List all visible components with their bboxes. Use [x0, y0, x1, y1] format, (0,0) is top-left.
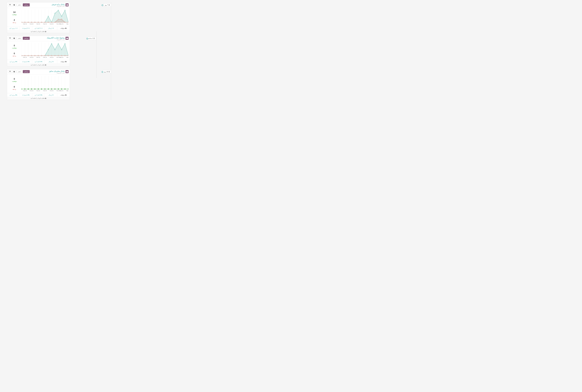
filter-button[interactable]	[8, 37, 12, 40]
card-subtitle: پست الکترونیک	[49, 72, 65, 74]
card-subtitle: پست الکترونیک	[52, 6, 65, 7]
filter-button[interactable]	[8, 3, 12, 6]
activity-card: پیشنهاد تجارت الکترونیکپست الکترونیکویرا…	[7, 36, 70, 66]
svg-point-123	[28, 88, 29, 90]
add-child-activity-button[interactable]: فعالیت کودک را اضافه کنید	[7, 64, 70, 66]
bounced-stat[interactable]: 0% پرش کرد	[7, 93, 20, 97]
pie-chart-button[interactable]	[13, 70, 16, 73]
svg-point-91	[48, 55, 49, 56]
time-badge: 10 روز	[103, 70, 111, 73]
svg-point-134	[65, 88, 65, 90]
chart: Feb 18Feb 20Feb 22Feb 24Feb 26Feb 28Mar …	[22, 43, 68, 58]
svg-text:Feb 22: Feb 22	[37, 90, 40, 92]
details-button[interactable]: جزئیات	[57, 60, 70, 64]
bounced-stat[interactable]: 0% پرش کرد	[7, 60, 20, 64]
pie-chart-button[interactable]	[13, 3, 16, 6]
svg-point-85	[28, 55, 29, 56]
filter-button[interactable]	[8, 70, 12, 73]
timeline-main-line	[111, 2, 111, 100]
svg-point-25	[55, 13, 55, 14]
replied-stat[interactable]: 0% پاسخ داد	[20, 93, 32, 97]
timeline-dot	[87, 38, 88, 40]
svg-point-92	[51, 55, 52, 56]
mail-icon	[66, 70, 69, 73]
svg-point-81	[65, 43, 65, 44]
svg-text:Mar 01: Mar 01	[60, 90, 64, 92]
svg-text:Feb 20: Feb 20	[30, 23, 34, 25]
details-button[interactable]: جزئیات	[57, 26, 70, 30]
svg-point-128	[45, 88, 45, 90]
svg-point-78	[55, 49, 55, 50]
svg-point-36	[41, 22, 42, 23]
timeline-dot	[102, 71, 103, 73]
svg-text:Mar 01: Mar 01	[60, 23, 64, 25]
clicked-stat[interactable]: 0% کلیک کرد	[32, 93, 45, 97]
svg-point-34	[35, 22, 35, 23]
sent-stat[interactable]: ۱۶ ارسال	[45, 26, 57, 30]
edit-button[interactable]: ویرایش	[23, 3, 30, 6]
success-count: 0	[14, 44, 15, 47]
success-label: موفقیت	[12, 14, 17, 15]
svg-point-23	[48, 16, 49, 17]
add-child-activity-button[interactable]: فعالیت کودک را اضافه کنید	[7, 30, 70, 33]
card-title[interactable]: پیامک برای فروش	[52, 3, 65, 6]
svg-point-89	[41, 55, 42, 56]
svg-point-32	[28, 22, 29, 23]
svg-text:Feb 28: Feb 28	[57, 57, 60, 58]
svg-point-125	[35, 88, 35, 90]
svg-point-94	[58, 55, 59, 56]
svg-text:Feb 28: Feb 28	[57, 23, 60, 25]
card-title[interactable]: پیامک مشتریان سابق	[49, 70, 65, 72]
svg-point-80	[61, 49, 62, 50]
chart: Feb 18Feb 20Feb 22Feb 24Feb 26Feb 28Mar …	[22, 76, 68, 92]
svg-text:Mar 01: Mar 01	[60, 57, 64, 58]
delete-button[interactable]: حذف	[17, 37, 22, 40]
svg-text:Feb 24: Feb 24	[43, 90, 47, 92]
svg-point-44	[68, 22, 68, 23]
clicked-stat[interactable]: 0% کلیک کرد	[32, 60, 45, 64]
svg-point-30	[22, 22, 22, 23]
edit-button[interactable]: ویرایش	[23, 37, 30, 40]
svg-point-37	[45, 22, 45, 23]
svg-point-122	[25, 88, 25, 90]
svg-point-28	[65, 10, 65, 11]
card-title[interactable]: پیشنهاد تجارت الکترونیک	[47, 37, 65, 39]
delete-button[interactable]: حذف	[17, 3, 22, 6]
success-count: 0	[14, 78, 15, 80]
rejected-label: رد شد	[13, 22, 16, 23]
add-child-activity-button[interactable]: فعالیت کودک را اضافه کنید	[7, 97, 70, 100]
replied-stat[interactable]: 0% پاسخ داد	[20, 60, 32, 64]
sent-stat[interactable]: 0 ارسال	[45, 93, 57, 97]
svg-point-35	[38, 22, 39, 23]
card-footer-stats: جزئیات0 ارسال0% کلیک کرد0% پاسخ داد0% پر…	[7, 93, 70, 97]
svg-point-84	[25, 55, 25, 56]
pie-chart-button[interactable]	[13, 37, 16, 40]
clicked-stat[interactable]: ۶۰٪ کلیک کرد	[32, 26, 45, 30]
sent-stat[interactable]: 0 ارسال	[45, 60, 57, 64]
svg-point-130	[51, 88, 52, 90]
success-label: موفقیت	[12, 80, 17, 82]
svg-text:Feb 28: Feb 28	[57, 90, 60, 92]
svg-point-129	[48, 88, 49, 90]
success-count: 14	[13, 11, 16, 14]
svg-text:Feb 26: Feb 26	[50, 57, 54, 58]
time-text: 10 روز	[104, 71, 108, 72]
svg-point-131	[55, 88, 55, 90]
mail-icon	[66, 37, 69, 40]
mail-icon	[66, 3, 69, 6]
stats-summary: 0موفقیت0رد شد	[9, 76, 20, 92]
timeline-item: 10 روزپیامک مشتریان سابقپست الکترونیکویر…	[7, 69, 102, 100]
time-badge: 7 روز	[104, 4, 111, 6]
time-text: 7 روز	[105, 4, 108, 6]
details-button[interactable]: جزئیات	[57, 93, 70, 97]
svg-text:Feb 20: Feb 20	[30, 57, 34, 58]
activity-card: پیامک برای فروشپست الکترونیکویرایشحذفFeb…	[7, 2, 70, 33]
delete-button[interactable]: حذف	[17, 70, 22, 73]
svg-point-88	[38, 55, 39, 56]
replied-stat[interactable]: ۳۰٪ پاسخ داد	[20, 26, 32, 30]
edit-button[interactable]: ویرایش	[23, 70, 30, 73]
bounced-stat[interactable]: ۱۰٪ پرش کرد	[7, 26, 20, 30]
svg-point-26	[58, 10, 59, 11]
card-header: پیشنهاد تجارت الکترونیکپست الکترونیکویرا…	[7, 36, 70, 41]
svg-point-43	[65, 22, 65, 23]
